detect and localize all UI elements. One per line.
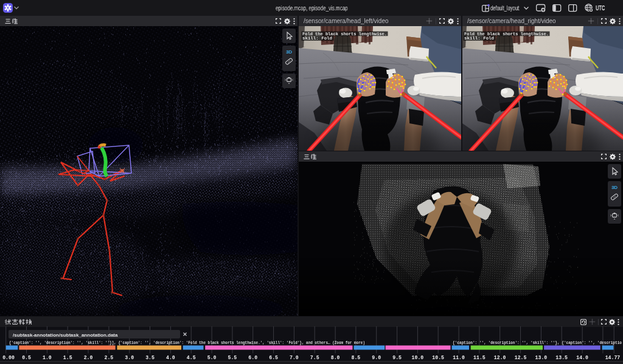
svg-text:10.5: 10.5 [432, 355, 444, 360]
svg-text:3.5: 3.5 [145, 355, 155, 360]
svg-text:{'caption': '', 'description':: {'caption': '', 'description': '', 'skil… [9, 340, 365, 345]
svg-text:13.0: 13.0 [535, 355, 548, 360]
svg-text:2.0: 2.0 [84, 355, 93, 360]
svg-text:0.00: 0.00 [2, 355, 15, 360]
svg-text:{'caption': '', 'description':: {'caption': '', 'description': '', 'skil… [453, 340, 622, 345]
svg-text:1.0: 1.0 [43, 355, 52, 360]
svg-text:11.0: 11.0 [453, 355, 465, 360]
svg-text:8.5: 8.5 [352, 355, 361, 360]
svg-text:14.77: 14.77 [605, 355, 621, 360]
svg-text:5.0: 5.0 [207, 355, 217, 360]
svg-text:12.5: 12.5 [515, 355, 527, 360]
svg-text:9.0: 9.0 [372, 355, 381, 360]
svg-text:7.5: 7.5 [310, 355, 319, 360]
svg-text:3.0: 3.0 [125, 355, 134, 360]
svg-text:/subtask-annotation/subtask_an: /subtask-annotation/subtask_annotation.d… [13, 332, 118, 338]
svg-text:10.0: 10.0 [412, 355, 424, 360]
svg-text:4.0: 4.0 [166, 355, 175, 360]
svg-text:1.5: 1.5 [63, 355, 72, 360]
svg-text:0.5: 0.5 [22, 355, 31, 360]
svg-text:7.0: 7.0 [290, 355, 299, 360]
svg-text:6.0: 6.0 [248, 355, 257, 360]
svg-text:skill: Fold: skill: Fold [302, 36, 332, 41]
svg-text:2.5: 2.5 [105, 355, 114, 360]
svg-text:5.5: 5.5 [228, 355, 237, 360]
svg-text:11.5: 11.5 [473, 355, 486, 360]
svg-text:14.0: 14.0 [576, 355, 588, 360]
svg-text:9.5: 9.5 [392, 355, 402, 360]
svg-text:4.5: 4.5 [187, 355, 196, 360]
svg-text:12.0: 12.0 [494, 355, 506, 360]
svg-text:13.5: 13.5 [555, 355, 568, 360]
svg-text:6.5: 6.5 [269, 355, 278, 360]
svg-text:8.0: 8.0 [331, 355, 340, 360]
svg-text:skill: Fold: skill: Fold [464, 36, 494, 41]
